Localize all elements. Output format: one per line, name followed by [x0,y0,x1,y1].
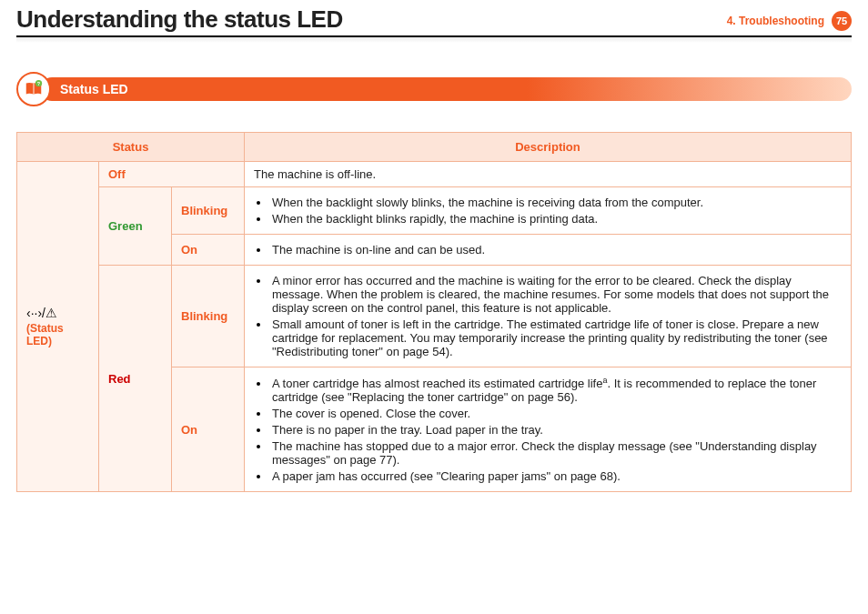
section-title-bar: Status LED [40,77,852,101]
status-desc: A minor error has occurred and the machi… [245,266,852,367]
list-item: Small amount of toner is left in the car… [270,317,842,358]
table-row: Green Blinking When the backlight slowly… [17,187,852,235]
status-led-icon: ‹··›/⚠ [26,306,89,320]
status-state: On [172,367,245,492]
status-state: Blinking [172,266,245,367]
col-header-status: Status [17,133,245,162]
list-item: A toner cartridge has almost reached its… [270,376,842,404]
status-state: On [172,235,245,266]
list-item: The machine is on-line and can be used. [270,243,842,257]
status-desc: When the backlight slowly blinks, the ma… [245,187,852,235]
list-item: A minor error has occurred and the machi… [270,274,842,315]
list-item: A paper jam has occurred (see "Clearing … [270,469,842,483]
list-item: The machine has stopped due to a major e… [270,439,842,467]
page-header: Understanding the status LED 4. Troubles… [16,5,852,37]
status-color-red: Red [99,266,172,492]
page-title: Understanding the status LED [16,5,343,34]
header-shadow [16,37,852,43]
chapter-label: 4. Troubleshooting [727,15,824,27]
list-item: When the backlight slowly blinks, the ma… [270,196,842,209]
status-desc: The machine is off-line. [245,162,852,187]
section-title: Status LED [60,82,128,96]
book-help-icon: ? [16,72,51,106]
status-desc: The machine is on-line and can be used. [245,235,852,266]
breadcrumb: 4. Troubleshooting 75 [727,5,852,31]
status-led-table: Status Description ‹··›/⚠ (Status LED) O… [16,132,852,492]
status-color-green: Green [99,187,172,266]
table-row: Red Blinking A minor error has occurred … [17,266,852,367]
list-item: The cover is opened. Close the cover. [270,407,842,420]
status-led-cell: ‹··›/⚠ (Status LED) [17,162,99,492]
col-header-description: Description [245,133,852,162]
status-led-label: (Status LED) [26,322,64,347]
desc-text: A toner cartridge has almost reached its… [272,377,602,390]
table-row: ‹··›/⚠ (Status LED) Off The machine is o… [17,162,852,187]
status-state: Blinking [172,187,245,235]
list-item: There is no paper in the tray. Load pape… [270,423,842,437]
list-item: When the backlight blinks rapidly, the m… [270,212,842,226]
status-desc: A toner cartridge has almost reached its… [245,367,852,492]
section-header: ? Status LED [16,72,852,106]
page-number-badge: 75 [832,11,852,31]
status-color-off: Off [99,162,245,187]
